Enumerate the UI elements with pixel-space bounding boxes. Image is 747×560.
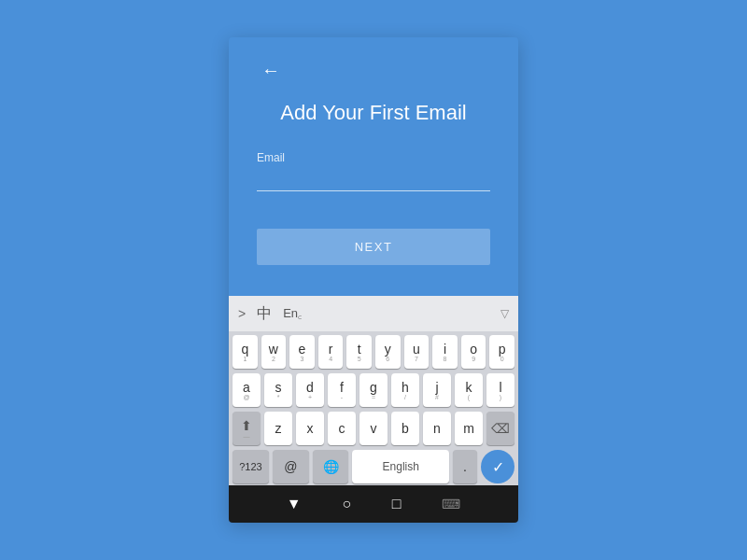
key-at[interactable]: @	[273, 450, 309, 483]
key-j[interactable]: j#	[423, 373, 451, 407]
key-w[interactable]: w2	[261, 335, 287, 369]
key-p[interactable]: p0	[489, 335, 514, 369]
key-h[interactable]: h/	[391, 373, 419, 407]
form-area: ← Add Your First Email Email NEXT	[229, 37, 518, 296]
key-num-special[interactable]: ?123	[233, 450, 269, 483]
email-input-wrapper	[257, 168, 490, 191]
key-v[interactable]: v	[359, 412, 388, 445]
email-label: Email	[257, 151, 490, 164]
key-c[interactable]: c	[328, 412, 356, 445]
key-z[interactable]: z	[264, 412, 292, 445]
key-l[interactable]: l)	[486, 373, 514, 407]
key-action-confirm[interactable]: ✓	[481, 450, 514, 483]
key-space[interactable]: English	[352, 450, 449, 483]
key-s[interactable]: s*	[264, 373, 292, 407]
nav-keyboard-icon[interactable]: ⌨	[442, 497, 460, 511]
keyboard-row-1: q1 w2 e3 r4 t5 y6 u7 i8 o9 p0	[233, 335, 514, 369]
keyboard-expand-icon[interactable]: >	[238, 306, 246, 321]
back-button[interactable]: ←	[257, 56, 285, 84]
keyboard-collapse-icon[interactable]: ▽	[500, 307, 509, 320]
key-m[interactable]: m	[455, 412, 483, 445]
key-q[interactable]: q1	[233, 335, 258, 369]
key-r[interactable]: r4	[318, 335, 344, 369]
keyboard-lang-label[interactable]: En꜀	[283, 306, 302, 321]
key-k[interactable]: k(	[455, 373, 483, 407]
keyboard-container: > 中 En꜀ ▽ q1 w2 e3 r4 t5 y6 u7 i8 o9 p0	[229, 296, 518, 485]
key-t[interactable]: t5	[346, 335, 372, 369]
nav-recents-icon[interactable]: □	[392, 496, 402, 512]
key-b[interactable]: b	[391, 412, 419, 445]
key-globe[interactable]: 🌐	[313, 450, 349, 483]
keyboard-row-2: a@ s* d+ f- g= h/ j# k( l)	[233, 373, 514, 407]
key-o[interactable]: o9	[461, 335, 486, 369]
keyboard-chinese-icon[interactable]: 中	[257, 304, 272, 324]
key-e[interactable]: e3	[289, 335, 315, 369]
keyboard-row-3: ⬆ — z x c v b n m ⌫	[233, 412, 514, 445]
key-a[interactable]: a@	[233, 373, 261, 407]
key-i[interactable]: i8	[432, 335, 458, 369]
key-backspace[interactable]: ⌫	[486, 412, 514, 445]
phone-container: ← Add Your First Email Email NEXT > 中 En…	[229, 37, 518, 523]
key-f[interactable]: f-	[328, 373, 356, 407]
nav-back-icon[interactable]: ▼	[287, 496, 302, 512]
key-g[interactable]: g=	[359, 373, 388, 407]
key-period[interactable]: .	[453, 450, 477, 483]
key-x[interactable]: x	[296, 412, 324, 445]
key-u[interactable]: u7	[404, 335, 430, 369]
keyboard-rows: q1 w2 e3 r4 t5 y6 u7 i8 o9 p0 a@ s* d+ f…	[229, 331, 518, 485]
key-y[interactable]: y6	[375, 335, 401, 369]
key-d[interactable]: d+	[296, 373, 324, 407]
email-input[interactable]	[257, 168, 490, 191]
next-button[interactable]: NEXT	[257, 229, 490, 265]
keyboard-toolbar: > 中 En꜀ ▽	[229, 296, 518, 331]
key-shift[interactable]: ⬆ —	[233, 412, 261, 445]
nav-home-icon[interactable]: ○	[342, 496, 351, 512]
key-n[interactable]: n	[423, 412, 451, 445]
keyboard-row-4: ?123 @ 🌐 English . ✓	[233, 450, 514, 483]
page-title: Add Your First Email	[257, 101, 490, 125]
nav-bar: ▼ ○ □ ⌨	[229, 485, 518, 523]
keyboard-toolbar-left: > 中 En꜀	[238, 304, 302, 324]
